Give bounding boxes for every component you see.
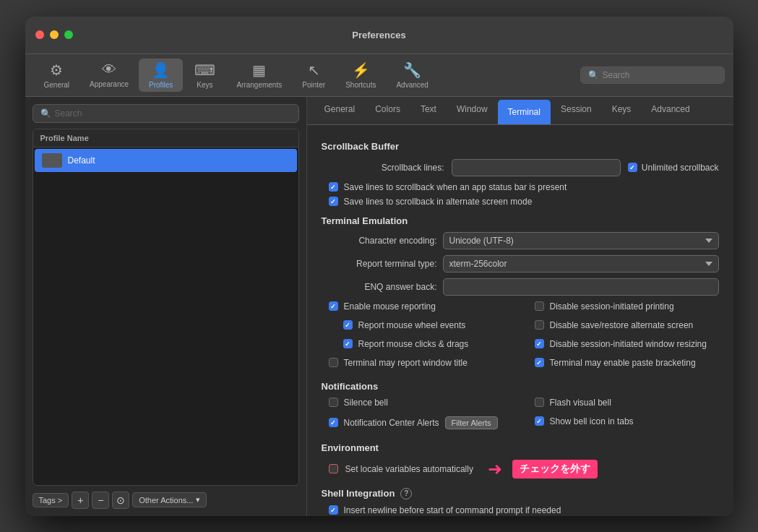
notifications-options: Silence bell Notification Center Alerts …	[322, 398, 719, 434]
scrollback-buffer-title: Scrollback Buffer	[322, 141, 719, 152]
toolbar-label-appearance: Appearance	[90, 80, 129, 88]
terminal-report-window-checkbox[interactable]	[329, 358, 338, 367]
toolbar-item-appearance[interactable]: 👁 Appearance	[79, 59, 139, 91]
insert-newline-checkbox[interactable]	[329, 505, 338, 515]
disable-save-restore-row: Disable save/restore alternate screen	[527, 320, 719, 330]
minimize-button[interactable]	[50, 30, 59, 39]
toolbar-label-keys: Keys	[197, 81, 212, 89]
add-profile-button[interactable]: +	[72, 492, 89, 509]
notifications-col-left: Silence bell Notification Center Alerts …	[322, 398, 513, 434]
tab-window[interactable]: Window	[447, 97, 498, 124]
tab-keys[interactable]: Keys	[602, 97, 642, 124]
traffic-lights	[35, 30, 73, 39]
terminal-enable-paste-checkbox[interactable]	[535, 358, 544, 367]
profile-avatar	[42, 153, 62, 168]
disable-session-printing-checkbox[interactable]	[535, 301, 544, 311]
titlebar: Preferences	[25, 17, 733, 54]
toolbar-item-arrangements[interactable]: ▦ Arrangements	[226, 59, 292, 92]
report-mouse-wheel-checkbox[interactable]	[343, 320, 353, 330]
disable-session-printing-label: Disable session-initiated printing	[550, 301, 674, 312]
arrangements-icon: ▦	[252, 61, 266, 79]
enq-answer-label: ENQ answer back:	[322, 282, 437, 292]
annotation-arrow-icon: ➜	[488, 459, 502, 479]
profiles-icon: 👤	[152, 61, 170, 79]
report-terminal-select[interactable]: xterm-256color	[443, 255, 719, 273]
disable-session-window-resize-label: Disable session-initiated window resizin…	[550, 339, 707, 349]
terminal-emulation-title: Terminal Emulation	[322, 215, 719, 226]
silence-bell-checkbox[interactable]	[329, 398, 338, 407]
tab-text[interactable]: Text	[410, 97, 447, 124]
remove-profile-button[interactable]: −	[92, 492, 109, 509]
toolbar-label-general: General	[44, 81, 70, 89]
appearance-icon: 👁	[102, 61, 116, 78]
toolbar-item-advanced[interactable]: 🔧 Advanced	[386, 59, 438, 92]
notification-center-checkbox[interactable]	[329, 418, 338, 427]
environment-title: Environment	[322, 442, 719, 453]
toolbar-item-general[interactable]: ⚙ General	[34, 59, 80, 92]
tab-session[interactable]: Session	[551, 97, 602, 124]
keys-icon: ⌨	[194, 61, 215, 79]
disable-session-window-resize-row: Disable session-initiated window resizin…	[527, 339, 719, 349]
report-terminal-label: Report terminal type:	[322, 259, 437, 269]
toolbar-search[interactable]: 🔍 Search	[580, 66, 725, 84]
scrollback-lines-input[interactable]	[452, 159, 621, 176]
enq-answer-input[interactable]	[443, 278, 719, 296]
set-locale-checkbox[interactable]	[329, 464, 338, 473]
profile-name: Default	[68, 155, 95, 166]
tab-terminal[interactable]: Terminal	[498, 100, 551, 124]
terminal-enable-paste-label: Terminal may enable paste bracketing	[550, 358, 696, 368]
sidebar-search[interactable]: 🔍 Search	[33, 104, 299, 123]
enable-mouse-reporting-checkbox[interactable]	[329, 301, 338, 311]
save-alternate-screen-checkbox[interactable]	[329, 197, 338, 206]
toolbar-item-keys[interactable]: ⌨ Keys	[183, 59, 226, 92]
char-encoding-label: Character encoding:	[322, 236, 437, 246]
disable-save-restore-checkbox[interactable]	[535, 320, 544, 330]
unlimited-scrollback-label: Unlimited scrollback	[642, 163, 719, 173]
toolbar-item-profiles[interactable]: 👤 Profiles	[139, 59, 183, 92]
toolbar-item-pointer[interactable]: ↖ Pointer	[292, 59, 335, 92]
mouse-options: Enable mouse reporting Report mouse whee…	[322, 301, 719, 372]
insert-newline-label: Insert newline before start of command p…	[344, 505, 561, 515]
sidebar-bottom: Tags > + − ⊙ Other Actions... ▾	[33, 492, 299, 509]
general-icon: ⚙	[50, 61, 63, 79]
window-title: Preferences	[352, 30, 405, 40]
profile-tabs: General Colors Text Window Terminal Sess…	[307, 97, 733, 125]
flash-visual-bell-checkbox[interactable]	[535, 398, 544, 407]
disable-save-restore-label: Disable save/restore alternate screen	[550, 320, 694, 330]
chevron-down-icon: ▾	[196, 495, 200, 505]
tab-advanced[interactable]: Advanced	[641, 97, 699, 124]
help-icon[interactable]: ?	[400, 488, 412, 499]
tab-general[interactable]: General	[314, 97, 366, 124]
report-mouse-clicks-checkbox[interactable]	[343, 339, 353, 348]
panel-content: Scrollback Buffer Scrollback lines: Unli…	[307, 125, 733, 516]
other-actions-button[interactable]: Other Actions... ▾	[132, 492, 207, 507]
mouse-col-right: Disable session-initiated printing Disab…	[527, 301, 719, 372]
notification-center-row: Notification Center Alerts Filter Alerts	[322, 416, 513, 429]
disable-session-window-resize-checkbox[interactable]	[535, 339, 544, 348]
advanced-icon: 🔧	[403, 61, 421, 79]
shortcuts-icon: ⚡	[352, 61, 370, 79]
toolbar-label-arrangements: Arrangements	[236, 81, 282, 89]
tab-colors[interactable]: Colors	[365, 97, 410, 124]
duplicate-profile-button[interactable]: ⊙	[112, 492, 129, 509]
profile-list-header: Profile Name	[33, 129, 298, 147]
notification-center-label: Notification Center Alerts	[344, 418, 439, 428]
tags-button[interactable]: Tags >	[33, 493, 69, 507]
char-encoding-select[interactable]: Unicode (UTF-8)	[443, 232, 719, 249]
maximize-button[interactable]	[64, 30, 73, 39]
unlimited-scrollback-checkbox[interactable]	[628, 163, 637, 172]
profile-item[interactable]: Default	[35, 149, 297, 172]
preferences-window: Preferences ⚙ General 👁 Appearance 👤 Pro…	[25, 17, 733, 516]
toolbar-item-shortcuts[interactable]: ⚡ Shortcuts	[335, 59, 386, 92]
save-alternate-screen-label: Save lines to scrollback in alternate sc…	[344, 197, 533, 207]
save-app-status-row: Save lines to scrollback when an app sta…	[322, 182, 719, 192]
close-button[interactable]	[35, 30, 44, 39]
enable-mouse-reporting-row: Enable mouse reporting	[322, 301, 513, 312]
save-app-status-label: Save lines to scrollback when an app sta…	[344, 182, 567, 192]
show-bell-icon-checkbox[interactable]	[535, 416, 544, 426]
filter-alerts-button[interactable]: Filter Alerts	[445, 416, 498, 429]
save-app-status-checkbox[interactable]	[329, 182, 338, 192]
mouse-col-left: Enable mouse reporting Report mouse whee…	[322, 301, 513, 372]
scrollback-lines-row: Scrollback lines: Unlimited scrollback	[322, 159, 719, 176]
toolbar-label-shortcuts: Shortcuts	[345, 81, 376, 89]
